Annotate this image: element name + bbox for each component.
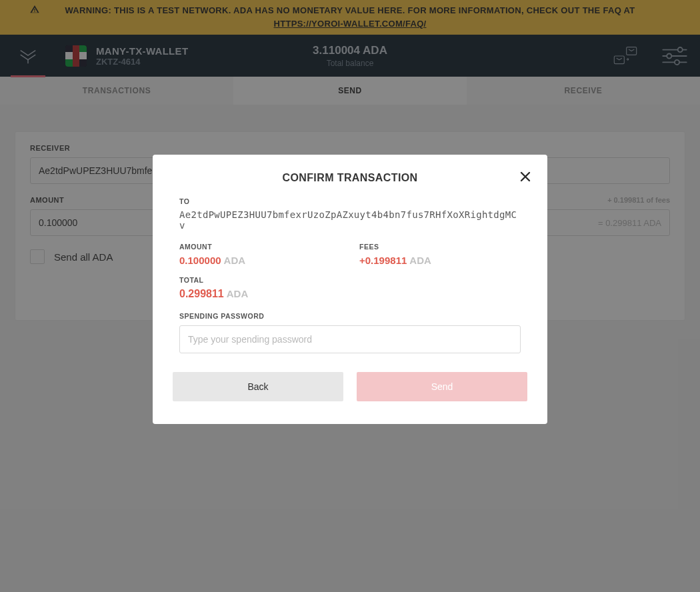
confirm-transaction-modal: CONFIRM TRANSACTION TO Ae2tdPwUPEZ3HUU7b… bbox=[153, 155, 547, 424]
modal-fees-label: FEES bbox=[359, 243, 499, 251]
modal-overlay[interactable]: CONFIRM TRANSACTION TO Ae2tdPwUPEZ3HUU7b… bbox=[0, 0, 700, 592]
spending-password-input[interactable] bbox=[179, 325, 521, 353]
password-label: SPENDING PASSWORD bbox=[179, 312, 521, 320]
modal-amount-label: AMOUNT bbox=[179, 243, 319, 251]
to-label: TO bbox=[179, 197, 521, 205]
send-button[interactable]: Send bbox=[357, 372, 527, 401]
modal-total-value: 0.299811ADA bbox=[179, 288, 521, 300]
modal-title: CONFIRM TRANSACTION bbox=[173, 172, 527, 184]
modal-total-label: TOTAL bbox=[179, 276, 521, 284]
to-address: Ae2tdPwUPEZ3HUU7bmfexrUzoZpAZxuyt4b4bn7f… bbox=[179, 209, 521, 231]
modal-amount-value: 0.100000ADA bbox=[179, 255, 319, 267]
modal-fees-value: +0.199811ADA bbox=[359, 255, 499, 267]
back-button[interactable]: Back bbox=[173, 372, 343, 401]
close-icon[interactable] bbox=[518, 169, 533, 184]
